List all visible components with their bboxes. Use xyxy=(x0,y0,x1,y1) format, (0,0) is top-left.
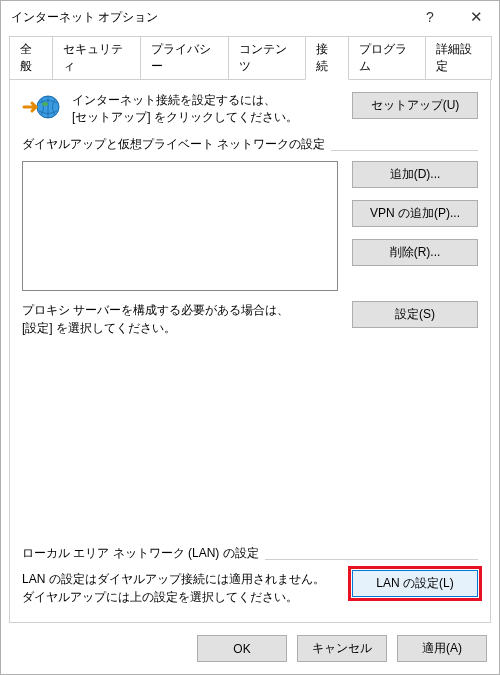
lan-group-label: ローカル エリア ネットワーク (LAN) の設定 xyxy=(22,546,265,560)
globe-icon xyxy=(22,92,62,122)
dialog-footer: OK キャンセル 適用(A) xyxy=(1,623,499,674)
titlebar: インターネット オプション ? ✕ xyxy=(1,1,499,33)
cancel-button[interactable]: キャンセル xyxy=(297,635,387,662)
lan-group: ローカル エリア ネットワーク (LAN) の設定 LAN の設定はダイヤルアッ… xyxy=(22,545,478,606)
setup-text: インターネット接続を設定するには、 [セットアップ] をクリックしてください。 xyxy=(72,92,342,126)
tab-strip: 全般 セキュリティ プライバシー コンテンツ 接続 プログラム 詳細設定 xyxy=(9,35,491,79)
tab-privacy[interactable]: プライバシー xyxy=(140,36,229,80)
tab-security[interactable]: セキュリティ xyxy=(52,36,141,80)
help-icon: ? xyxy=(426,9,434,25)
svg-point-1 xyxy=(42,102,48,106)
remove-button[interactable]: 削除(R)... xyxy=(352,239,478,266)
ok-button[interactable]: OK xyxy=(197,635,287,662)
add-vpn-button[interactable]: VPN の追加(P)... xyxy=(352,200,478,227)
tab-content[interactable]: コンテンツ xyxy=(228,36,306,80)
proxy-line2: [設定] を選択してください。 xyxy=(22,319,338,337)
close-icon: ✕ xyxy=(470,8,483,26)
client-area: 全般 セキュリティ プライバシー コンテンツ 接続 プログラム 詳細設定 インタ… xyxy=(1,33,499,623)
proxy-text: プロキシ サーバーを構成する必要がある場合は、 [設定] を選択してください。 xyxy=(22,301,338,337)
proxy-line1: プロキシ サーバーを構成する必要がある場合は、 xyxy=(22,301,338,319)
close-button[interactable]: ✕ xyxy=(453,1,499,33)
tab-connections[interactable]: 接続 xyxy=(305,36,349,80)
add-button[interactable]: 追加(D)... xyxy=(352,161,478,188)
tab-advanced[interactable]: 詳細設定 xyxy=(425,36,492,80)
tab-programs[interactable]: プログラム xyxy=(348,36,426,80)
setup-line1: インターネット接続を設定するには、 xyxy=(72,92,342,109)
lan-line1: LAN の設定はダイヤルアップ接続には適用されません。 xyxy=(22,570,338,588)
tab-general[interactable]: 全般 xyxy=(9,36,53,80)
dialup-group-label: ダイヤルアップと仮想プライベート ネットワークの設定 xyxy=(22,137,331,151)
lan-line2: ダイヤルアップには上の設定を選択してください。 xyxy=(22,588,338,606)
lan-text: LAN の設定はダイヤルアップ接続には適用されません。 ダイヤルアップには上の設… xyxy=(22,570,338,606)
dialup-group: ダイヤルアップと仮想プライベート ネットワークの設定 追加(D)... VPN … xyxy=(22,136,478,337)
window-title: インターネット オプション xyxy=(11,9,407,26)
settings-button[interactable]: 設定(S) xyxy=(352,301,478,328)
lan-settings-button[interactable]: LAN の設定(L) xyxy=(352,570,478,597)
setup-line2: [セットアップ] をクリックしてください。 xyxy=(72,109,342,126)
apply-button[interactable]: 適用(A) xyxy=(397,635,487,662)
setup-row: インターネット接続を設定するには、 [セットアップ] をクリックしてください。 … xyxy=(22,92,478,126)
connections-pane: インターネット接続を設定するには、 [セットアップ] をクリックしてください。 … xyxy=(9,79,491,623)
dialup-listbox[interactable] xyxy=(22,161,338,291)
internet-options-dialog: インターネット オプション ? ✕ 全般 セキュリティ プライバシー コンテンツ… xyxy=(0,0,500,675)
help-button[interactable]: ? xyxy=(407,1,453,33)
setup-button[interactable]: セットアップ(U) xyxy=(352,92,478,119)
